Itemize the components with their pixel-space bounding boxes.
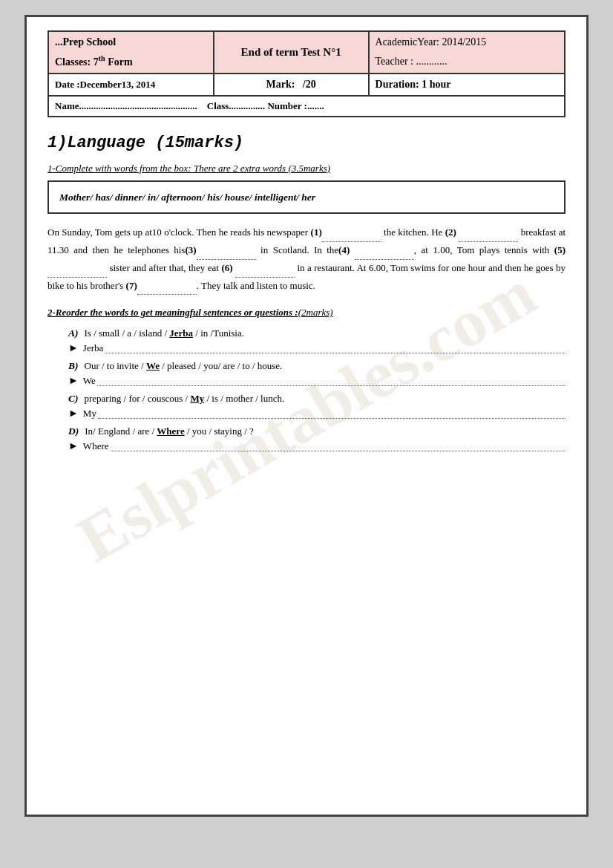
reorder-item-b: B) Our / to invite / We / pleased / you/…: [68, 359, 566, 372]
test-title-cell: End of term Test N°1: [214, 31, 369, 74]
ex1-instruction-marks: (3.5marks): [288, 163, 330, 174]
classes-label: Classes: 7th Form: [55, 54, 207, 68]
letter-c: C): [68, 393, 79, 404]
section1-heading: 1)Language (15marks): [47, 134, 566, 152]
blank-1: (1): [311, 226, 322, 238]
name-row-cell: Name....................................…: [48, 96, 565, 117]
header-table: ...Prep School Classes: 7th Form End of …: [47, 30, 566, 117]
ex1-instruction-part2: There are 2 extra words: [191, 163, 289, 174]
dots-d: [111, 441, 566, 451]
arrow-c: ►: [68, 408, 79, 420]
mark-label: Mark:: [266, 79, 295, 90]
answer-line-c: ► My: [68, 408, 566, 420]
duration-label: Duration: 1 hour: [376, 79, 451, 90]
answer-line-a: ► Jerba: [68, 342, 566, 354]
exercise2-instruction: 2-Reorder the words to get meaningful se…: [47, 307, 566, 319]
academic-year: AcademicYear: 2014/2015: [376, 36, 558, 48]
ex2-instruction-part1: 2-Reorder the words to get meaningful se…: [47, 307, 298, 318]
reorder-item-a: A) Is / small / a / island / Jerba / in …: [68, 326, 566, 339]
letter-d: D): [68, 425, 79, 437]
reorder-item-d: D) In/ England / are / Where / you / sta…: [68, 424, 566, 437]
school-cell: ...Prep School Classes: 7th Form: [48, 31, 214, 74]
underline-jerba: Jerba: [169, 327, 193, 339]
test-title: End of term Test N°1: [220, 46, 362, 59]
words-b: Our / to invite / We / pleased / you/ ar…: [85, 360, 283, 371]
underline-my: My: [190, 393, 204, 404]
words-c: preparing / for / couscous / My / is / m…: [85, 393, 285, 404]
blank-5: (5): [554, 244, 566, 255]
words-d: In/ England / are / Where / you / stayin…: [85, 425, 254, 437]
dots-a: [105, 343, 566, 353]
date-label: Date :December13, 2014: [55, 79, 155, 90]
letter-b: B): [68, 360, 79, 371]
blank-2: (2): [445, 226, 456, 238]
teacher-label: Teacher : ............: [376, 56, 558, 68]
ex1-instruction-part1: 1-Complete with words from the box:: [47, 163, 191, 174]
answer-line-b: ► We: [68, 375, 566, 387]
ex2-instruction-marks: (2marks): [298, 307, 333, 318]
page: Eslprintables.com ...Prep School Classes…: [24, 15, 589, 817]
word-box: Mother/ has/ dinner/ in/ afternoon/ his/…: [47, 180, 566, 215]
mark-cell: Mark: /20: [214, 74, 369, 96]
answer-start-c: My: [83, 408, 96, 420]
arrow-a: ►: [68, 342, 79, 354]
blank-4: (4): [338, 244, 350, 255]
duration-cell: Duration: 1 hour: [369, 74, 565, 96]
underline-we: We: [146, 360, 160, 371]
mark-value: /20: [303, 79, 316, 90]
arrow-d: ►: [68, 440, 79, 452]
name-label: Name....................................…: [55, 100, 197, 111]
blank-3: (3): [185, 244, 196, 255]
date-cell: Date :December13, 2014: [48, 74, 214, 96]
blank-7: (7): [126, 280, 137, 291]
words-a: Is / small / a / island / Jerba / in /Tu…: [85, 327, 244, 339]
dots-c: [98, 408, 566, 419]
school-label: ...Prep School: [55, 36, 207, 48]
reorder-item-c: C) preparing / for / couscous / My / is …: [68, 391, 566, 405]
answer-start-d: Where: [83, 440, 109, 452]
arrow-b: ►: [68, 375, 79, 387]
answer-start-b: We: [83, 375, 96, 387]
underline-where: Where: [157, 425, 184, 437]
passage: On Sunday, Tom gets up at10 o'clock. The…: [47, 224, 566, 295]
answer-start-a: Jerba: [83, 342, 103, 354]
year-cell: AcademicYear: 2014/2015 Teacher : ......…: [369, 31, 565, 74]
page-content: ...Prep School Classes: 7th Form End of …: [47, 30, 566, 452]
answer-line-d: ► Where: [68, 440, 566, 452]
letter-a: A): [68, 327, 79, 339]
blank-6: (6): [221, 262, 232, 273]
class-label: Class...............: [207, 100, 265, 111]
dots-b: [97, 376, 566, 386]
exercise1-instruction: 1-Complete with words from the box: Ther…: [47, 163, 566, 174]
number-label: Number :.......: [267, 100, 324, 111]
